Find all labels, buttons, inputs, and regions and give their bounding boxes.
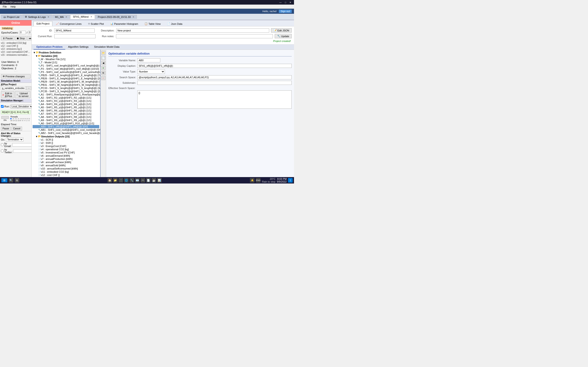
ptree-PB26[interactable]: 🔧 PB26 - SHF1_E_height(@@SHF1_E_height@@… xyxy=(33,77,99,80)
edit-in-jeplus-button[interactable]: e Edit in jEPlus xyxy=(1,91,14,98)
action-delete-btn[interactable]: − xyxy=(101,76,105,80)
upload-to-server-button[interactable]: ↑ Upload to server xyxy=(15,91,31,98)
ptree-v12[interactable]: 📄 v12 : cost CHF [] xyxy=(33,173,99,177)
ptree-v6[interactable]: 📄 v6 : annualDemand [kWh] xyxy=(33,154,99,157)
taskbar-app-8[interactable]: 📄 xyxy=(146,178,151,183)
minimize-button[interactable]: — xyxy=(278,1,283,4)
action-folder-btn[interactable]: 📁 xyxy=(101,51,105,55)
tab-project-list[interactable]: 🗂 Project List xyxy=(1,15,22,19)
maximize-button[interactable]: □ xyxy=(284,1,287,4)
ptree-A5[interactable]: 🔧 A5 - SHF1_R5_y(@@SHF1_R5_y@@) [1/1] xyxy=(33,106,99,109)
ptree-A0[interactable]: 🔧 A0 - SHF1_R10_y(@@SHF1_R10_y@@) [1/1] xyxy=(33,122,99,125)
sub-tab-histogram[interactable]: 📊 Parameter Histogram xyxy=(107,21,141,26)
taskbar-app-7[interactable]: 🎮 xyxy=(141,178,145,183)
panel-tab-algorithm[interactable]: Algorithm Settings xyxy=(65,44,91,50)
sub-tab-json[interactable]: 📄 Json Data xyxy=(164,21,185,26)
task-view-icon[interactable]: ⧉ xyxy=(15,178,19,183)
ptree-AB0[interactable]: 🔧 AB0 - SHF1_effi(@@SHF1_effi@@) [0/0] xyxy=(33,125,99,128)
ptree-A9[interactable]: 🔧 A9 - SHF1_R9_y(@@SHF1_R9_y@@) [1/1] xyxy=(33,119,99,122)
ptree-P1[interactable]: 🔧 P1 - SHF1_roof_length(@@SHF1_roof_leng… xyxy=(33,64,99,67)
ptree-W[interactable]: 🔧 W - Weather File [1/1] xyxy=(33,58,99,61)
taskbar-app-3[interactable]: 🎵 xyxy=(119,178,123,183)
ptree-AB2[interactable]: 🔧 AB2 - SHF1_cost_facade(@@SHF1_cost_fac… xyxy=(33,131,99,135)
ptree-v8[interactable]: 📄 v8 : annualPurchase [kWh] xyxy=(33,161,99,164)
ptree-v3[interactable]: 📄 v3 : EnergyCost [CHF] xyxy=(33,144,99,148)
ptree-v5[interactable]: 📄 v5 : InvestmentCost PV [CHF] xyxy=(33,151,99,154)
ptree-PC35[interactable]: 🔧 PC35 - SHF1_S_height(@@SHF1_S_height@@… xyxy=(33,90,99,93)
menu-file[interactable]: File xyxy=(1,5,9,8)
ptree-A2[interactable]: 🔧 A2 - SHF1_R2_y(@@SHF1_R2_y@@) [1/1] xyxy=(33,96,99,99)
by-twitter-checkbox[interactable] xyxy=(1,150,4,152)
taskbar-app-2[interactable]: 📁 xyxy=(113,178,118,183)
tab-close-m1-ma[interactable]: ✕ xyxy=(65,16,67,18)
menu-help[interactable]: Help xyxy=(9,5,18,8)
ptree-P2[interactable]: 🔧 P2 - SHF1_roof_tilt(@@SHF1_roof_tilt@@… xyxy=(33,67,99,70)
ptree-PB25[interactable]: 🔧 PB25 - SHF1_E_length(@@SHF1_E_length@@… xyxy=(33,74,99,77)
ptree-PB31[interactable]: 🔧 PB31 - SHF1_W_height(@@SHF1_W_height@@… xyxy=(33,83,99,86)
ptree-AB1[interactable]: 🔧 AB1 - SHF1_cost_roof(@@SHF1_cost_roof@… xyxy=(33,128,99,131)
panel-tab-optimisation[interactable]: Optimisation Problem xyxy=(34,44,65,50)
tab-project-timestamp[interactable]: Project-2022-09-09_19.51.33 ✕ xyxy=(95,15,137,19)
taskbar-app-4[interactable]: 🌐 xyxy=(124,178,129,183)
ptree-A3[interactable]: 🔧 A3 - SHF1_R3_y(@@SHF1_R3_y@@) [1/1] xyxy=(33,99,99,102)
tab-close-sfh1[interactable]: ✕ xyxy=(90,16,92,18)
eng-icon[interactable]: ENG xyxy=(256,178,260,183)
ptree-v9[interactable]: 📄 v9 : annualSold [kWh] xyxy=(33,164,99,167)
ptree-A6[interactable]: 🔧 A6 - SHF1_R6_y(@@SHF1_R6_y@@) [1/1] xyxy=(33,109,99,112)
sub-tab-convergence[interactable]: 📈 Convergence Lines xyxy=(53,21,85,26)
ptree-v4[interactable]: 📄 v4 : operational CO2 [kg] xyxy=(33,148,99,151)
value-type-select[interactable]: Number xyxy=(137,69,165,74)
ptree-PB29[interactable]: 🔧 PB29 - SHF1_W_length(@@SHF1_W_length@@… xyxy=(33,80,99,83)
taskbar-app-6[interactable]: 📧 xyxy=(135,178,140,183)
tab-settings-logs[interactable]: ⚙ Settings & Logs ✕ xyxy=(22,15,52,19)
ptree-T[interactable]: 🔧 T - Model [1/1] xyxy=(33,61,99,64)
subdomain-input[interactable] xyxy=(137,81,292,85)
action-copy-btn[interactable]: ⧉ xyxy=(101,71,105,75)
current-run-input[interactable] xyxy=(54,34,95,38)
tab-sfh1-matest[interactable]: SFH1_MAtest ✕ xyxy=(70,15,95,19)
search-space-input[interactable] xyxy=(137,75,292,79)
twitter-input[interactable] xyxy=(13,149,32,153)
ptree-PC33[interactable]: 🔧 PC33 - SHF1_S_length(@@SHF1_S_length@@… xyxy=(33,86,99,90)
ptree-P3[interactable]: 🔧 P3 - SHF1_roof_azimuth(@@SHF1_roof_azi… xyxy=(33,70,99,74)
taskbar-app-9[interactable]: ☕ xyxy=(152,178,156,183)
action-back-btn[interactable]: ◀ xyxy=(101,61,105,65)
ptree-v7[interactable]: 📄 v7 : annualProduction [kWh] xyxy=(33,157,99,161)
preview-changes-button[interactable]: 👁 Preview changes xyxy=(1,74,31,78)
stop-button[interactable]: ⏹ Stop xyxy=(15,36,26,40)
sub-tab-scatter[interactable]: ⊹ Scatter Plot xyxy=(85,21,107,26)
taskbar-app-5[interactable]: 🔧 xyxy=(130,178,134,183)
mgr-cancel-button[interactable]: Cancel xyxy=(11,127,22,131)
start-button[interactable]: ⊞ xyxy=(1,178,7,182)
update-button[interactable]: 🔧 Update xyxy=(275,34,292,38)
close-button[interactable]: ✕ xyxy=(288,1,292,4)
pause-button[interactable]: ⏸ Pause xyxy=(1,36,14,40)
jeplus-project-input[interactable] xyxy=(1,86,26,90)
run-checkbox[interactable] xyxy=(1,105,4,108)
reset-button[interactable]: ⏮ Reset xyxy=(27,36,32,40)
alert-on-select[interactable]: Termination xyxy=(6,138,23,142)
tab-m1-ma[interactable]: M1_MA ✕ xyxy=(52,15,70,19)
panel-tab-simulation[interactable]: Simulation Model Data xyxy=(91,44,122,50)
tab-close-settings[interactable]: ✕ xyxy=(48,16,49,18)
online-button[interactable]: Online xyxy=(0,20,32,26)
edit-json-button[interactable]: 📝 Edit JSON xyxy=(271,28,292,33)
desc-input[interactable] xyxy=(116,28,269,33)
ptree-v2[interactable]: 📄 v2 : SSR [] xyxy=(33,141,99,144)
display-caption-input[interactable] xyxy=(137,64,292,68)
ptree-A7[interactable]: 🔧 A7 - SHF1_R7_y(@@SHF1_R7_y@@) [1/1] xyxy=(33,112,99,115)
action-file-btn[interactable]: 📄 xyxy=(101,56,105,60)
run-notes-input[interactable] xyxy=(116,34,273,38)
ptree-v11[interactable]: 📄 v11 : embodied CO2 [kg] xyxy=(33,170,99,173)
sub-tab-table[interactable]: 📋 Table View xyxy=(141,21,164,26)
ptree-A1[interactable]: 🔧 A1 - SHF1_RowSpacing(@@SHF1_RowSpacing… xyxy=(33,93,99,96)
notification-icon[interactable]: 🔔 xyxy=(250,178,254,183)
sub-tab-edit-project[interactable]: Edit Project xyxy=(34,21,52,26)
var-name-input[interactable] xyxy=(137,58,160,62)
browse-button[interactable]: ··· xyxy=(26,86,31,90)
ptree-A8[interactable]: 🔧 A8 - SHF1_R8_y(@@SHF1_R8_y@@) [1/1] xyxy=(33,115,99,119)
mgr-pause-button[interactable]: Pause xyxy=(1,127,10,131)
ptree-A4[interactable]: 🔧 A4 - SHF1_R4_y(@@SHF1_R4_y@@) [1/1] xyxy=(33,102,99,106)
taskbar-app-1[interactable]: 🏠 xyxy=(107,178,112,183)
tab-close-timestamp[interactable]: ✕ xyxy=(132,16,134,18)
